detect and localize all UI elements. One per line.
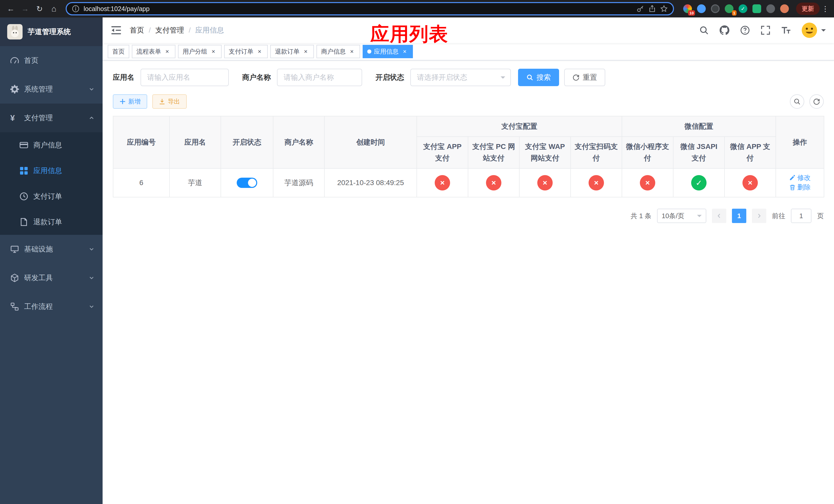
sidebar-item-merchant-info[interactable]: 商户信息 <box>0 132 103 158</box>
alipay-qr-status-icon: × <box>589 175 604 190</box>
app-name-label: 应用名 <box>113 72 134 82</box>
reload-icon[interactable] <box>33 2 46 15</box>
tab-process-form[interactable]: 流程表单 <box>132 45 175 58</box>
page-annotation: 应用列表 <box>370 22 448 47</box>
tab-user-group[interactable]: 用户分组 <box>178 45 222 58</box>
home-icon[interactable] <box>47 2 61 15</box>
column-header: 应用名 <box>170 116 221 168</box>
app-title: 芋道管理系统 <box>28 27 71 37</box>
tab-merchant-info[interactable]: 商户信息 <box>316 45 360 58</box>
toolbar-refresh-button[interactable] <box>809 94 824 109</box>
avatar <box>802 23 817 38</box>
tab-refund-order[interactable]: 退款订单 <box>270 45 314 58</box>
sidebar-item-pay-order[interactable]: 支付订单 <box>0 184 103 209</box>
browser-menu-icon[interactable] <box>821 5 830 13</box>
extension-puzzle-icon[interactable] <box>766 4 775 13</box>
page-size-select[interactable]: 10条/页 <box>657 209 706 223</box>
extension-profile-icon[interactable]: 1 <box>725 4 733 13</box>
search-icon[interactable] <box>699 25 709 35</box>
close-icon[interactable] <box>163 48 171 55</box>
cube-icon <box>10 274 19 282</box>
app-logo-row[interactable]: 芋道管理系统 <box>0 18 103 46</box>
column-header: 支付宝 APP 支付 <box>417 137 468 168</box>
password-key-icon[interactable] <box>637 5 644 13</box>
github-icon[interactable] <box>720 25 729 35</box>
fullscreen-icon[interactable] <box>761 25 770 35</box>
sidebar-item-workflow[interactable]: 工作流程 <box>0 292 103 321</box>
goto-label: 前往 <box>772 211 785 221</box>
bookmark-star-icon[interactable] <box>660 5 668 13</box>
column-header: 微信 APP 支付 <box>724 137 776 168</box>
screen: localhost:1024/pay/app 10 1 ✓ <box>0 0 834 504</box>
toolbar-search-button[interactable] <box>790 94 804 109</box>
tab-home[interactable]: 首页 <box>108 45 129 58</box>
export-button[interactable]: 导出 <box>152 94 187 109</box>
sidebar-item-system[interactable]: 系统管理 <box>0 75 103 104</box>
sidebar-item-home[interactable]: 首页 <box>0 46 103 75</box>
extension-blue-icon[interactable] <box>697 4 706 13</box>
status-toggle[interactable] <box>237 178 257 188</box>
extension-chat-icon[interactable] <box>752 4 761 13</box>
app-name-input[interactable] <box>140 69 229 86</box>
status-select[interactable]: 请选择开启状态 <box>410 69 511 86</box>
edit-button[interactable]: 修改 <box>789 173 811 182</box>
back-icon[interactable] <box>4 2 18 15</box>
delete-button[interactable]: 删除 <box>789 183 811 192</box>
close-icon[interactable] <box>256 48 263 55</box>
address-bar[interactable]: localhost:1024/pay/app <box>66 2 674 15</box>
forward-icon[interactable] <box>19 2 32 15</box>
extension-colorful-icon[interactable]: 10 <box>683 4 692 13</box>
goto-page-input[interactable] <box>791 209 811 223</box>
user-menu[interactable] <box>802 23 826 38</box>
breadcrumb-item[interactable]: 首页 <box>130 25 144 35</box>
sidebar-item-refund-order[interactable]: 退款订单 <box>0 209 103 235</box>
sidebar-toggle-icon[interactable] <box>111 25 122 35</box>
reset-button[interactable]: 重置 <box>564 69 605 86</box>
extension-badge: 1 <box>732 10 737 16</box>
column-header: 支付宝 WAP 网站支付 <box>519 137 571 168</box>
app-logo <box>7 24 23 40</box>
merchant-name-input[interactable] <box>277 69 362 86</box>
sidebar-item-payment[interactable]: ¥ 支付管理 <box>0 104 103 132</box>
search-button[interactable]: 搜索 <box>518 69 559 86</box>
browser-update-button[interactable]: 更新 <box>796 3 820 15</box>
close-icon[interactable] <box>302 48 309 55</box>
gear-icon <box>10 85 19 94</box>
navbar: 首页 支付管理 应用信息 <box>103 18 834 43</box>
page-content: 应用名 商户名称 开启状态 请选择开启状态 搜索 <box>103 61 834 504</box>
close-icon[interactable] <box>210 48 217 55</box>
chevron-down-icon <box>501 76 505 81</box>
tags-bar: 首页 流程表单 用户分组 支付订单 退款订单 商户信息 应用信息 <box>103 43 834 61</box>
page-unit-label: 页 <box>817 211 824 221</box>
cell-merchant: 芋道源码 <box>273 168 324 197</box>
chevron-down-icon <box>821 29 826 34</box>
next-page-button[interactable] <box>752 209 766 223</box>
wechat-jsapi-status-icon: ✓ <box>691 175 706 190</box>
sidebar-item-devtools[interactable]: 研发工具 <box>0 264 103 292</box>
breadcrumb-item[interactable]: 支付管理 <box>144 25 184 35</box>
close-icon[interactable] <box>348 48 355 55</box>
font-size-icon[interactable] <box>781 25 791 35</box>
chevron-down-icon <box>89 304 94 310</box>
extension-avatar-icon[interactable] <box>780 4 789 13</box>
breadcrumb: 首页 支付管理 应用信息 <box>130 25 224 35</box>
info-icon[interactable] <box>72 5 80 13</box>
extension-dark-icon[interactable] <box>711 4 720 13</box>
download-icon <box>159 98 165 105</box>
table-toolbar: 新增 导出 <box>113 94 824 109</box>
wechat-lite-status-icon: × <box>640 175 655 190</box>
help-icon[interactable] <box>740 25 750 35</box>
current-page[interactable]: 1 <box>732 209 746 223</box>
sidebar-item-app-info[interactable]: 应用信息 <box>0 158 103 184</box>
prev-page-button[interactable] <box>712 209 726 223</box>
extension-check-icon[interactable]: ✓ <box>739 4 747 13</box>
close-icon[interactable] <box>401 48 408 55</box>
sidebar-item-infra[interactable]: 基础设施 <box>0 235 103 264</box>
add-button[interactable]: 新增 <box>113 94 147 109</box>
column-header: 创建时间 <box>324 116 417 168</box>
yen-icon: ¥ <box>10 114 19 122</box>
tab-pay-order[interactable]: 支付订单 <box>224 45 268 58</box>
share-icon[interactable] <box>648 5 656 13</box>
cell-status <box>221 168 273 197</box>
refresh-icon <box>572 74 579 81</box>
